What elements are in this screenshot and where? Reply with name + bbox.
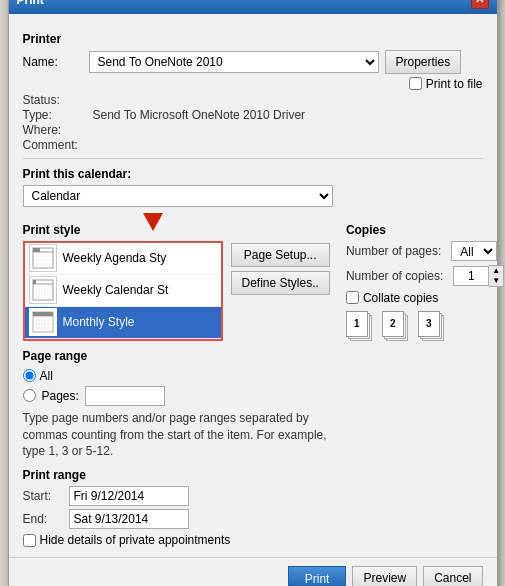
style-list[interactable]: Weekly Agenda Sty — [25, 243, 221, 339]
page-range-label: Page range — [23, 349, 330, 363]
style-item-weekly-agenda[interactable]: Weekly Agenda Sty — [25, 243, 221, 275]
all-radio[interactable] — [23, 369, 36, 382]
dialog-title: Print — [17, 0, 44, 7]
style-item-label: Weekly Agenda Sty — [63, 251, 167, 265]
style-item-monthly[interactable]: Monthly Style — [25, 307, 221, 339]
print-dialog: Print ✕ Printer Name: Send To OneNote 20… — [8, 0, 498, 586]
print-range-label: Print range — [23, 468, 330, 482]
num-copies-input[interactable] — [453, 266, 489, 286]
print-to-file-row[interactable]: Print to file — [409, 77, 483, 91]
end-date-input[interactable] — [69, 509, 189, 529]
print-style-list: Weekly Agenda Sty — [23, 241, 223, 341]
svg-rect-5 — [33, 248, 40, 252]
style-buttons: Page Setup... Define Styles.. — [231, 241, 330, 341]
num-pages-select[interactable]: All — [451, 241, 497, 261]
pages-input[interactable] — [85, 386, 165, 406]
hide-private-label: Hide details of private appointments — [40, 533, 231, 547]
style-item-label: Weekly Calendar St — [63, 283, 169, 297]
copies-section: Copies Number of pages: All Number of co… — [346, 215, 504, 547]
preview-button[interactable]: Preview — [352, 566, 417, 586]
monthly-svg — [32, 311, 54, 333]
print-to-file-label: Print to file — [426, 77, 483, 91]
all-radio-label: All — [40, 369, 53, 383]
weekly-agenda-icon — [29, 244, 57, 272]
status-label: Status: — [23, 93, 93, 107]
svg-rect-14 — [33, 280, 36, 284]
weekly-svg — [32, 279, 54, 301]
print-calendar-label: Print this calendar: — [23, 167, 483, 181]
num-pages-label: Number of pages: — [346, 244, 441, 258]
weekly-calendar-icon — [29, 276, 57, 304]
collate-label: Collate copies — [363, 291, 438, 305]
pages-radio-label: Pages: — [42, 389, 79, 403]
pages-radio[interactable] — [23, 389, 36, 402]
copies-up-button[interactable]: ▲ — [489, 266, 503, 276]
comment-label: Comment: — [23, 138, 93, 152]
style-item-weekly-calendar[interactable]: Weekly Calendar St — [25, 275, 221, 307]
properties-button[interactable]: Properties — [385, 50, 462, 74]
define-styles-button[interactable]: Define Styles.. — [231, 271, 330, 295]
hide-private-checkbox[interactable] — [23, 534, 36, 547]
where-label: Where: — [23, 123, 93, 137]
page-range-help: Type page numbers and/or page ranges sep… — [23, 410, 330, 460]
start-date-input[interactable] — [69, 486, 189, 506]
print-to-file-checkbox[interactable] — [409, 77, 422, 90]
printer-name-select[interactable]: Send To OneNote 2010 — [89, 51, 379, 73]
print-style-label: Print style — [23, 223, 330, 237]
close-button[interactable]: ✕ — [471, 0, 489, 9]
end-label: End: — [23, 512, 63, 526]
start-label: Start: — [23, 489, 63, 503]
collate-icons: 1 2 3 — [346, 311, 504, 343]
svg-rect-25 — [33, 312, 53, 316]
num-copies-label: Number of copies: — [346, 269, 443, 283]
collate-checkbox[interactable] — [346, 291, 359, 304]
copies-down-button[interactable]: ▼ — [489, 276, 503, 286]
name-label: Name: — [23, 55, 83, 69]
monthly-icon — [29, 308, 57, 336]
type-value: Send To Microsoft OneNote 2010 Driver — [93, 108, 306, 122]
style-item-label: Monthly Style — [63, 315, 135, 329]
printer-section-label: Printer — [23, 32, 483, 46]
type-label: Type: — [23, 108, 93, 122]
print-button[interactable]: Print — [288, 566, 347, 586]
title-bar: Print ✕ — [9, 0, 497, 14]
calendar-select[interactable]: Calendar — [23, 185, 333, 207]
agenda-svg — [32, 247, 54, 269]
copies-label: Copies — [346, 223, 504, 237]
footer-buttons: Print Preview Cancel — [9, 557, 497, 586]
page-setup-button[interactable]: Page Setup... — [231, 243, 330, 267]
cancel-button[interactable]: Cancel — [423, 566, 482, 586]
